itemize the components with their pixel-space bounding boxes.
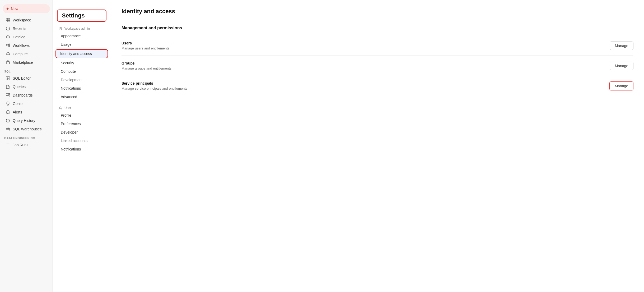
settings-item-security[interactable]: Security [53, 59, 111, 67]
sidebar-item-job-runs-label: Job Runs [13, 143, 28, 147]
svg-rect-7 [8, 45, 10, 47]
sidebar-item-recents-label: Recents [13, 26, 26, 31]
settings-item-compute[interactable]: Compute [53, 67, 111, 76]
settings-item-linked-accounts[interactable]: Linked accounts [53, 136, 111, 145]
settings-item-notifications-user[interactable]: Notifications [53, 145, 111, 153]
settings-item-preferences[interactable]: Preferences [53, 120, 111, 128]
settings-item-advanced[interactable]: Advanced [53, 93, 111, 101]
service-principals-manage-button[interactable]: Manage [609, 81, 633, 90]
service-principals-title: Service principals [122, 81, 187, 85]
settings-item-notifications[interactable]: Notifications [53, 84, 111, 93]
service-principals-management-item: Service principals Manage service princi… [122, 76, 633, 96]
groups-management-item: Groups Manage groups and entitlements Ma… [122, 56, 633, 76]
sidebar-item-alerts-label: Alerts [13, 110, 22, 114]
svg-rect-13 [6, 96, 10, 97]
settings-item-identity-access[interactable]: Identity and access [55, 49, 108, 58]
sidebar-item-queries-label: Queries [13, 85, 26, 89]
sidebar-item-catalog-label: Catalog [13, 35, 25, 39]
service-principals-description: Manage service principals and entitlemen… [122, 86, 187, 90]
history-icon [6, 118, 10, 123]
title-divider [122, 19, 633, 19]
users-info: Users Manage users and entitlements [122, 41, 169, 50]
svg-point-15 [60, 27, 61, 29]
bell-icon [6, 110, 10, 114]
queries-icon [6, 85, 10, 89]
sidebar-item-dashboards-label: Dashboards [13, 93, 33, 97]
sql-section-label: SQL [0, 67, 53, 74]
users-description: Manage users and entitlements [122, 46, 169, 50]
store-icon [6, 60, 10, 65]
users-management-item: Users Manage users and entitlements Mana… [122, 36, 633, 56]
sidebar-item-sql-warehouses-label: SQL Warehouses [13, 127, 41, 131]
sidebar-item-sql-editor-label: SQL Editor [13, 76, 31, 80]
svg-rect-3 [8, 20, 10, 22]
plus-icon: + [6, 6, 9, 11]
new-button[interactable]: + New [3, 4, 50, 13]
sidebar-item-genie-label: Genie [13, 102, 22, 106]
left-sidebar: + New Workspace Recents [0, 0, 53, 292]
workspace-admin-label: Workspace admin [64, 27, 90, 30]
page-title: Identity and access [122, 8, 633, 15]
workspace-admin-icon [58, 26, 62, 31]
cloud-icon [6, 52, 10, 56]
section-title: Management and permissions [122, 26, 633, 30]
svg-rect-10 [6, 93, 8, 95]
svg-rect-14 [6, 129, 10, 131]
settings-title: Settings [57, 10, 106, 22]
data-engineering-section-label: Data Engineering [0, 133, 53, 141]
sidebar-item-query-history-label: Query History [13, 118, 35, 123]
svg-rect-8 [6, 62, 10, 64]
genie-icon [6, 102, 10, 106]
svg-rect-6 [8, 44, 10, 45]
settings-item-profile[interactable]: Profile [53, 111, 111, 120]
sidebar-item-alerts[interactable]: Alerts [2, 108, 51, 116]
sidebar-item-queries[interactable]: Queries [2, 83, 51, 91]
layers-icon [6, 35, 10, 39]
sidebar-item-compute[interactable]: Compute [2, 50, 51, 58]
sidebar-item-recents[interactable]: Recents [2, 25, 51, 33]
user-section: User [53, 104, 111, 111]
sidebar-item-workflows[interactable]: Workflows [2, 42, 51, 49]
sidebar-item-workspace-label: Workspace [13, 18, 31, 22]
sidebar-item-marketplace-label: Marketplace [13, 60, 33, 65]
sidebar-item-catalog[interactable]: Catalog [2, 33, 51, 41]
svg-rect-2 [6, 20, 8, 22]
sidebar-item-sql-editor[interactable]: SQL Editor [2, 74, 51, 82]
user-icon [58, 106, 62, 110]
svg-rect-1 [8, 18, 10, 20]
sidebar-item-job-runs[interactable]: Job Runs [2, 141, 51, 149]
sidebar-item-workflows-label: Workflows [13, 43, 30, 48]
workspace-admin-section: Workspace admin [53, 24, 111, 32]
settings-item-usage[interactable]: Usage [53, 40, 111, 49]
sql-editor-icon [6, 76, 10, 80]
list-icon [6, 143, 10, 147]
users-manage-button[interactable]: Manage [610, 42, 633, 50]
groups-title: Groups [122, 61, 171, 65]
sidebar-item-genie[interactable]: Genie [2, 100, 51, 108]
service-principals-info: Service principals Manage service princi… [122, 81, 187, 90]
settings-item-appearance[interactable]: Appearance [53, 32, 111, 40]
svg-point-16 [59, 107, 61, 108]
sidebar-item-marketplace[interactable]: Marketplace [2, 58, 51, 66]
settings-item-developer[interactable]: Developer [53, 128, 111, 136]
svg-rect-5 [6, 44, 7, 45]
settings-item-development[interactable]: Development [53, 76, 111, 84]
groups-info: Groups Manage groups and entitlements [122, 61, 171, 70]
sidebar-item-workspace[interactable]: Workspace [2, 16, 51, 24]
users-title: Users [122, 41, 169, 45]
dashboard-icon [6, 93, 10, 97]
user-section-label: User [64, 106, 71, 110]
workflow-icon [6, 43, 10, 48]
sidebar-item-sql-warehouses[interactable]: SQL Warehouses [2, 125, 51, 133]
sidebar-item-dashboards[interactable]: Dashboards [2, 91, 51, 99]
warehouse-icon [6, 127, 10, 131]
sidebar-item-query-history[interactable]: Query History [2, 117, 51, 125]
clock-icon [6, 26, 10, 31]
main-content: Identity and access Management and permi… [111, 0, 644, 292]
settings-panel: Settings Workspace admin Appearance Usag… [53, 0, 111, 292]
groups-description: Manage groups and entitlements [122, 66, 171, 70]
sidebar-item-compute-label: Compute [13, 52, 28, 56]
workspace-icon [6, 18, 10, 22]
groups-manage-button[interactable]: Manage [610, 62, 633, 70]
svg-rect-11 [8, 93, 10, 94]
